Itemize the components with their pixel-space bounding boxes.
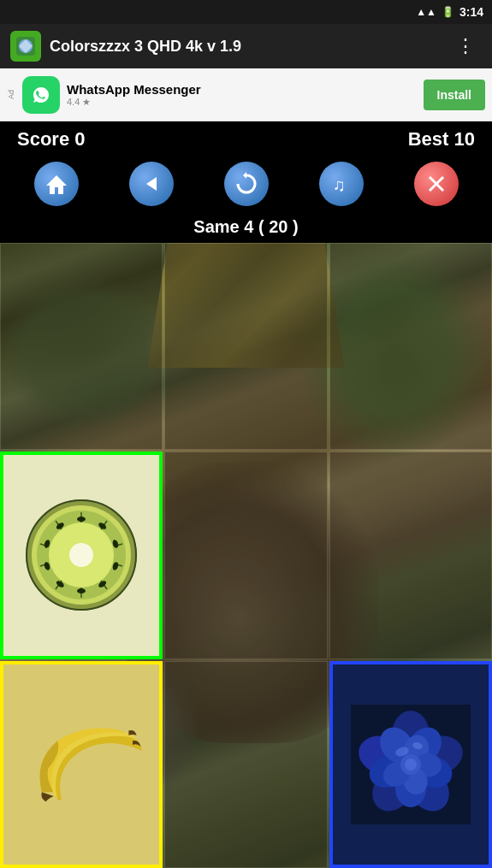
controls-bar: ♫ — [0, 157, 492, 210]
menu-button[interactable]: ⋮ — [449, 32, 482, 61]
app-icon — [10, 31, 41, 62]
grid-cell-banana[interactable] — [0, 661, 163, 868]
close-button[interactable] — [414, 162, 459, 206]
music-button[interactable]: ♫ — [319, 162, 364, 206]
grid-cell-rose[interactable] — [329, 661, 492, 868]
svg-text:♫: ♫ — [333, 175, 346, 194]
rose-image — [351, 705, 471, 824]
game-board[interactable] — [0, 243, 492, 868]
kiwi-image — [21, 495, 141, 615]
svg-point-52 — [405, 759, 417, 771]
wifi-icon: ▲▲ — [416, 6, 436, 18]
svg-marker-5 — [146, 177, 157, 191]
home-button[interactable] — [34, 162, 79, 206]
whatsapp-icon — [22, 76, 60, 114]
banana-image — [17, 713, 145, 816]
game-grid[interactable] — [0, 243, 492, 868]
battery-icon: 🔋 — [442, 6, 454, 18]
grid-cell-2-3[interactable] — [329, 452, 492, 658]
grid-cell-2-2[interactable] — [164, 452, 327, 658]
same-text: Same 4 ( 20 ) — [193, 217, 298, 237]
title-bar: Colorszzzx 3 QHD 4k v 1.9 ⋮ — [0, 24, 492, 68]
grid-cell-3-2[interactable] — [164, 661, 327, 868]
svg-point-14 — [69, 543, 93, 567]
best-score-display: Best 10 — [408, 128, 475, 151]
ad-install-button[interactable]: Install — [424, 80, 485, 110]
svg-marker-4 — [46, 175, 67, 194]
ad-text: WhatsApp Messenger 4.4 ★ — [67, 82, 417, 108]
score-bar: Score 0 Best 10 — [0, 121, 492, 157]
svg-point-25 — [77, 517, 86, 522]
svg-marker-6 — [243, 172, 246, 179]
ad-label: Ad — [7, 90, 15, 99]
grid-cell-1-3[interactable] — [329, 243, 492, 450]
app-title: Colorszzzx 3 QHD 4k v 1.9 — [50, 38, 449, 56]
status-bar: ▲▲ 🔋 3:14 — [0, 0, 492, 24]
svg-point-30 — [77, 588, 86, 593]
clock: 3:14 — [459, 5, 483, 19]
ad-rating: 4.4 ★ — [67, 97, 417, 108]
ad-banner: Ad WhatsApp Messenger 4.4 ★ Install — [0, 68, 492, 121]
grid-cell-kiwi[interactable] — [0, 452, 163, 658]
same-label: Same 4 ( 20 ) — [0, 210, 492, 243]
back-button[interactable] — [129, 162, 174, 206]
refresh-button[interactable] — [224, 162, 269, 206]
ad-app-name: WhatsApp Messenger — [67, 82, 417, 97]
score-display: Score 0 — [17, 128, 86, 151]
grid-cell-1-2[interactable] — [164, 243, 327, 450]
grid-cell-1-1[interactable] — [0, 243, 163, 450]
